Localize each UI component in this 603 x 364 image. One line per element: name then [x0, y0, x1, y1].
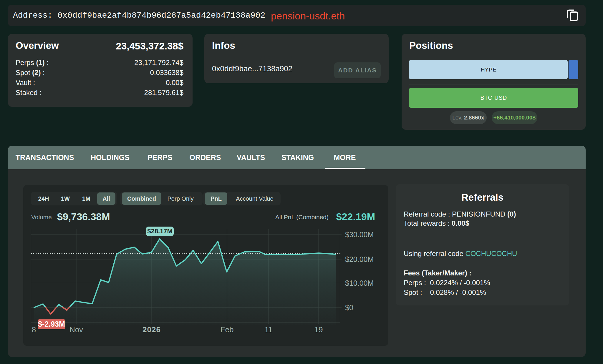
svg-text:$-2.93M: $-2.93M [38, 320, 65, 328]
svg-text:$20.00M: $20.00M [345, 255, 374, 263]
svg-text:$10.00M: $10.00M [345, 279, 374, 287]
svg-text:$30.00M: $30.00M [345, 230, 374, 239]
svg-text:8: 8 [32, 325, 36, 334]
svg-text:Nov: Nov [69, 325, 83, 334]
svg-text:2026: 2026 [143, 325, 161, 334]
svg-text:11: 11 [265, 325, 273, 334]
svg-text:$28.17M: $28.17M [147, 227, 173, 235]
svg-text:$0: $0 [345, 303, 353, 312]
svg-text:Feb: Feb [221, 325, 234, 334]
svg-text:19: 19 [314, 325, 323, 334]
